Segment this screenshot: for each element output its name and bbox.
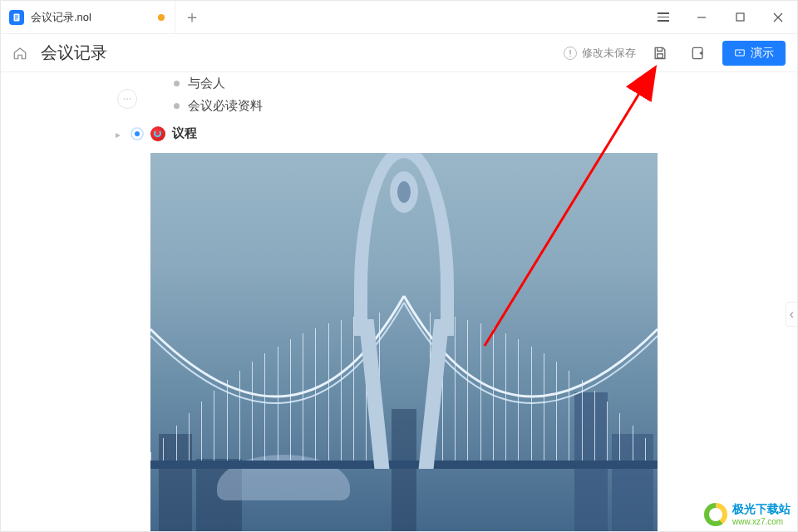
svg-rect-2: [658, 53, 663, 57]
home-icon[interactable]: [12, 46, 27, 61]
minimize-icon: [697, 12, 707, 22]
ellipsis-icon: [122, 94, 132, 104]
doc-title: 会议记录: [41, 42, 107, 64]
bullet-icon: [174, 103, 180, 109]
save-button[interactable]: [646, 41, 674, 66]
unsaved-dot-icon: [158, 14, 165, 21]
present-label: 演示: [751, 46, 774, 61]
document-icon: [9, 10, 24, 25]
maximize-icon: [736, 12, 745, 22]
svg-point-7: [130, 98, 131, 100]
target-icon: [150, 126, 165, 141]
window-controls: [644, 1, 797, 33]
list-item[interactable]: 与会人: [150, 72, 797, 95]
menu-button[interactable]: [644, 1, 682, 34]
toolbar: 会议记录 ! 修改未保存 演示: [1, 34, 797, 72]
document-tab[interactable]: 会议记录.nol: [1, 1, 175, 34]
export-icon: [690, 45, 707, 62]
bullet-icon: [174, 81, 180, 86]
list-item-text: 会议必读资料: [188, 98, 263, 114]
tab-title: 会议记录.nol: [31, 10, 151, 25]
svg-rect-1: [736, 13, 744, 21]
new-tab-button[interactable]: ＋: [175, 1, 209, 33]
present-icon: [734, 47, 746, 59]
hamburger-icon: [658, 12, 669, 22]
minimize-button[interactable]: [682, 1, 721, 34]
watermark-text-cn: 极光下载站: [732, 502, 791, 517]
maximize-button[interactable]: [721, 1, 759, 34]
embedded-image[interactable]: [150, 153, 658, 531]
heading-item[interactable]: ▸ 议程: [150, 126, 797, 141]
close-button[interactable]: [759, 1, 797, 34]
export-button[interactable]: [684, 41, 712, 66]
watermark-text-en: www.xz7.com: [732, 517, 791, 526]
collapse-chevron-icon[interactable]: ▸: [116, 129, 121, 140]
content-area: 与会人 会议必读资料 ▸ 议程: [1, 72, 797, 531]
save-status: ! 修改未保存: [564, 46, 636, 61]
save-icon: [652, 45, 668, 62]
close-icon: [773, 12, 783, 22]
document-body[interactable]: 与会人 会议必读资料 ▸ 议程: [150, 72, 797, 531]
warning-icon: !: [564, 47, 577, 60]
watermark-logo-icon: [704, 503, 727, 526]
svg-point-5: [124, 98, 126, 100]
list-item-text: 与会人: [188, 76, 225, 91]
titlebar: 会议记录.nol ＋: [1, 1, 797, 34]
outline-toggle[interactable]: [117, 89, 137, 109]
heading-text: 议程: [172, 126, 197, 141]
status-text: 修改未保存: [582, 46, 636, 61]
side-panel-toggle[interactable]: ‹: [786, 302, 797, 327]
svg-point-6: [126, 98, 128, 100]
list-item[interactable]: 会议必读资料: [150, 95, 797, 117]
watermark: 极光下载站 www.xz7.com: [704, 502, 791, 526]
present-button[interactable]: 演示: [722, 41, 786, 66]
scrollbar[interactable]: [791, 144, 796, 531]
node-dot-icon[interactable]: [131, 127, 144, 140]
